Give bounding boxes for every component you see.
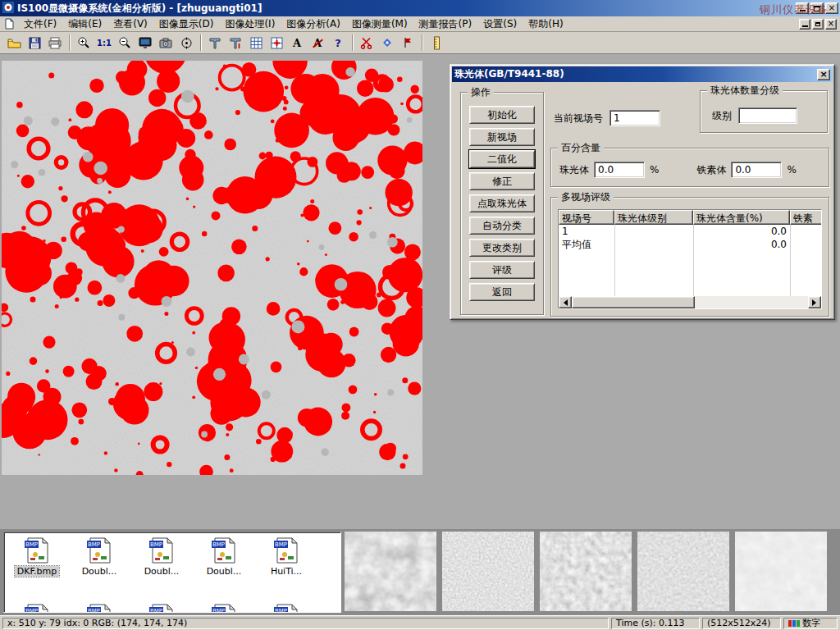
specimen-image[interactable]	[2, 61, 422, 475]
bmp-file-icon: BMP	[272, 603, 300, 613]
specimen-thumbnail-1[interactable]	[345, 532, 436, 611]
file-item-partial[interactable]: BMP	[255, 603, 317, 613]
status-bar: x: 510 y: 79 idx: 0 RGB: (174, 174, 174)…	[0, 615, 840, 630]
ferrite-input[interactable]	[731, 162, 782, 178]
specimen-thumbnail-4[interactable]	[637, 532, 729, 611]
table-cell: 0.0	[693, 225, 790, 238]
table-cell	[790, 238, 821, 251]
title-bar: IS100显微摄像系统(金相分析版) - [zhuguangti01] ×	[0, 0, 840, 16]
operation-button-7[interactable]: 更改类别	[469, 239, 535, 257]
operation-group: 操作 初始化新视场二值化修正点取珠光体自动分类更改类别评级返回	[460, 92, 544, 315]
font-icon[interactable]: A	[287, 34, 307, 52]
file-item-4[interactable]: BMPDoubl...	[193, 536, 255, 577]
table-row[interactable]: 10.0	[559, 225, 821, 238]
file-item-1[interactable]: BMPDKF.bmp	[6, 536, 68, 577]
file-item-partial[interactable]: BMP	[193, 603, 255, 613]
actual-size-icon[interactable]: 1:1	[94, 34, 114, 52]
svg-text:BMP: BMP	[25, 541, 38, 548]
scrollbar-track[interactable]	[695, 296, 808, 308]
font-strike-icon[interactable]: A	[308, 34, 327, 52]
file-item-partial[interactable]: BMP	[68, 603, 130, 613]
scrollbar-thumb[interactable]	[572, 296, 695, 308]
mdi-restore-button[interactable]	[812, 19, 824, 30]
menu-item-5[interactable]: 图像处理(I)	[219, 16, 281, 33]
grade-label: 级别	[712, 109, 732, 123]
image-size-status: (512x512x24)	[702, 618, 781, 629]
operation-button-3[interactable]: 二值化	[469, 150, 535, 168]
bmp-file-icon: BMP	[272, 536, 300, 564]
mode-label: 数字	[802, 619, 820, 628]
table-cell: 平均值	[559, 238, 614, 251]
dialog-title: 珠光体(GB/T9441-88)	[454, 67, 564, 81]
specimen-thumbnail-2[interactable]	[442, 532, 534, 611]
open-icon[interactable]	[4, 34, 24, 52]
caliper-icon[interactable]	[205, 34, 225, 52]
operation-button-6[interactable]: 自动分类	[469, 217, 535, 235]
operation-button-9[interactable]: 返回	[469, 283, 535, 301]
mdi-minimize-button[interactable]	[799, 19, 810, 30]
camera-icon[interactable]	[156, 34, 176, 52]
close-button[interactable]: ×	[825, 2, 838, 14]
mdi-close-button[interactable]: ×	[825, 19, 837, 30]
file-item-3[interactable]: BMPDoubl...	[130, 536, 193, 577]
zoom-out-icon[interactable]	[115, 34, 135, 52]
operation-button-5[interactable]: 点取珠光体	[469, 194, 535, 212]
operation-button-8[interactable]: 评级	[469, 261, 535, 279]
caliper-arrow-icon[interactable]	[226, 34, 245, 52]
dialog-close-button[interactable]: ×	[817, 69, 830, 80]
table-column-header-4[interactable]: 铁素	[790, 210, 821, 225]
minimize-button[interactable]	[796, 2, 809, 14]
file-item-5[interactable]: BMPHuiTi...	[255, 536, 317, 577]
menu-item-1[interactable]: 文件(F)	[18, 16, 62, 33]
svg-text:BMP: BMP	[88, 541, 100, 548]
menu-item-7[interactable]: 图像测量(M)	[346, 16, 413, 33]
target-icon[interactable]	[176, 34, 196, 52]
table-horizontal-scrollbar[interactable]	[559, 296, 821, 308]
table-column-header-2[interactable]: 珠光体级别	[614, 210, 693, 225]
ruler-icon[interactable]	[427, 34, 446, 52]
menu-item-2[interactable]: 编辑(E)	[62, 16, 107, 33]
menu-item-6[interactable]: 图像分析(A)	[281, 16, 346, 33]
file-list[interactable]: BMPDKF.bmpBMPDoubl...BMPDoubl...BMPDoubl…	[3, 532, 341, 613]
zoom-in-icon[interactable]	[74, 34, 94, 52]
table-row[interactable]: 平均值0.0	[559, 238, 821, 251]
operation-button-2[interactable]: 新视场	[469, 128, 535, 146]
pearlite-input[interactable]	[594, 162, 645, 178]
menu-item-8[interactable]: 测量报告(P)	[413, 16, 478, 33]
maximize-button[interactable]	[810, 2, 824, 14]
specimen-thumbnail-5[interactable]	[735, 532, 827, 611]
thumbnail-strip	[345, 532, 827, 611]
grid-add-icon[interactable]	[267, 34, 286, 52]
print-icon[interactable]	[45, 34, 65, 52]
document-icon[interactable]	[3, 18, 15, 30]
help-icon[interactable]: ?	[328, 34, 348, 52]
menu-item-4[interactable]: 图像显示(D)	[153, 16, 220, 33]
table-cell	[614, 225, 693, 238]
table-column-header-3[interactable]: 珠光体含量(%)	[693, 210, 790, 225]
operation-group-label: 操作	[468, 86, 494, 98]
specimen-thumbnail-3[interactable]	[540, 532, 632, 611]
table-body: 10.0平均值0.0	[559, 225, 821, 296]
marker-icon[interactable]	[377, 34, 397, 52]
dialog-title-bar[interactable]: 珠光体(GB/T9441-88) ×	[452, 66, 833, 82]
scroll-left-button[interactable]	[559, 296, 572, 308]
current-field-input[interactable]	[609, 110, 660, 126]
menu-item-10[interactable]: 帮助(H)	[523, 16, 568, 33]
screen-icon[interactable]	[135, 34, 155, 52]
save-icon[interactable]	[25, 34, 44, 52]
menu-item-3[interactable]: 查看(V)	[107, 16, 153, 33]
grade-input[interactable]	[738, 107, 797, 124]
grid-icon[interactable]	[246, 34, 266, 52]
file-item-2[interactable]: BMPDoubl...	[68, 536, 130, 577]
svg-text:BMP: BMP	[275, 608, 287, 613]
cut-icon[interactable]	[357, 34, 377, 52]
file-item-partial[interactable]: BMP	[130, 603, 193, 613]
file-item-partial[interactable]: BMP	[6, 603, 68, 613]
operation-button-1[interactable]: 初始化	[469, 106, 535, 124]
flag-icon[interactable]	[398, 34, 418, 52]
table-column-header-1[interactable]: 视场号	[559, 210, 614, 225]
operation-button-4[interactable]: 修正	[469, 172, 535, 190]
bmp-file-icon: BMP	[210, 536, 238, 564]
scroll-right-button[interactable]	[808, 296, 821, 308]
menu-item-9[interactable]: 设置(S)	[477, 16, 523, 33]
